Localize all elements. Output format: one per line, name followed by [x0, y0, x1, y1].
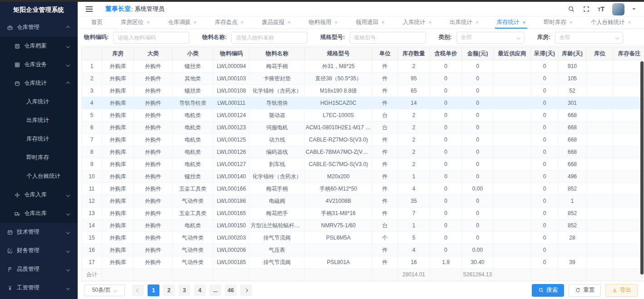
close-icon[interactable]: ×: [381, 20, 384, 25]
summary-cell: [250, 269, 305, 281]
cell: [586, 85, 614, 97]
chevron-down-icon[interactable]: [632, 8, 636, 12]
table-row[interactable]: 8外购库外购件电机类LWL000126编码器线CABLE-7BMA7MO-Z(V…: [82, 146, 644, 158]
table-row[interactable]: 7外购库外购件电机类LWL000125动力线CABLE-RZ7MO-S(V3.0…: [82, 134, 644, 146]
close-icon[interactable]: ×: [193, 20, 196, 25]
cell: 编码器线: [250, 146, 305, 158]
close-icon[interactable]: ×: [628, 20, 630, 25]
cell: [614, 183, 644, 195]
table-row[interactable]: 11外购库外购件五金工具类LWL000166梅花手柄手柄60-M12*50件40…: [82, 183, 644, 195]
sidebar-item-warehouse-out[interactable]: 仓库出库: [0, 204, 78, 223]
col-header: 库房: [102, 48, 134, 60]
scrollbar-thumb[interactable]: [640, 61, 644, 274]
tab-库存盘点[interactable]: 库存盘点×: [213, 17, 245, 29]
fullscreen-icon[interactable]: [583, 5, 590, 13]
page-button-1[interactable]: 1: [148, 284, 159, 296]
cell: 0: [531, 171, 559, 183]
close-icon[interactable]: ×: [570, 20, 572, 25]
next-page-button[interactable]: [240, 284, 252, 296]
cell: 301: [559, 97, 586, 109]
sidebar-item-finance-mgmt[interactable]: 财务管理: [0, 241, 78, 260]
collapse-sidebar-icon[interactable]: [86, 6, 93, 12]
material-code-input[interactable]: [113, 32, 189, 44]
close-icon[interactable]: ×: [287, 20, 290, 25]
tab-label: 仓库调拨: [168, 19, 190, 26]
tab-废品提报[interactable]: 废品提报×: [260, 17, 292, 29]
summary-cell: [213, 269, 250, 281]
prev-page-button[interactable]: [132, 284, 144, 296]
sidebar-item-inbound-stats[interactable]: 入库统计: [0, 93, 78, 111]
table-row[interactable]: 3外购库外购件螺丝类LWL000108化学锚栓（含药水）M16x190 8.8级…: [82, 85, 644, 97]
tab-即时库存[interactable]: 即时库存×: [542, 17, 574, 29]
tab-个人台账统计[interactable]: 个人台账统计×: [589, 17, 632, 29]
table-row[interactable]: 2外购库外购件其他类LWL000103卡箍密封垫直径38（50.5*35）件95…: [82, 73, 644, 85]
table-row[interactable]: 14外购库外购件电机类LWL000150方型法兰蜗轮蜗杆减速机NMRV75-1/…: [82, 220, 644, 232]
avatar[interactable]: [612, 3, 624, 15]
close-icon[interactable]: ×: [523, 20, 525, 25]
tab-label: 出库统计: [450, 19, 472, 26]
sidebar-item-warehouse-mgmt[interactable]: 仓库管理: [0, 18, 78, 37]
warehouse-label: 库房:: [537, 34, 550, 41]
spec-model-input[interactable]: [350, 32, 426, 44]
sidebar-item-warehouse-archive[interactable]: 仓库档案: [0, 37, 78, 55]
export-button[interactable]: 导出: [605, 284, 638, 297]
sidebar-item-label: 仓库出库: [24, 210, 47, 217]
warehouse-select[interactable]: 全部: [555, 32, 623, 44]
tab-物料领用[interactable]: 物料领用×: [307, 17, 339, 29]
page-button-2[interactable]: 2: [163, 284, 175, 296]
reset-button[interactable]: 重置: [569, 284, 601, 297]
table-row[interactable]: 6外购库外购件电机类LWL000123伺服电机ACM1-08010H2E1-M1…: [82, 122, 644, 134]
sidebar-item-stock-stats[interactable]: 库存统计: [0, 130, 78, 148]
table-row[interactable]: 9外购库外购件电机类LWL000127刹车线CABLE-SC7MO-S(V3.0…: [82, 158, 644, 171]
sidebar-item-warehouse-stats[interactable]: 仓库统计: [0, 74, 78, 93]
sidebar-item-personal-ledger[interactable]: 个人台账统计: [0, 167, 78, 186]
table-row[interactable]: 17外购库外购件气动件类LWL000185排气节流阀PSL801A件161.93…: [82, 256, 644, 269]
sidebar-item-warehouse-in[interactable]: 仓库入库: [0, 186, 78, 204]
cell: 梅花把手: [250, 207, 305, 220]
cell: 外购库: [102, 134, 134, 146]
sidebar-item-warehouse-business[interactable]: 仓库业务: [0, 55, 78, 74]
table-row[interactable]: 13外购库外购件五金工具类LWL000165梅花把手手柄31-M8*16件700…: [82, 207, 644, 220]
category-select[interactable]: 全部: [456, 32, 525, 44]
page-button-4[interactable]: 4: [194, 284, 206, 296]
table-row[interactable]: 10外购库外购件螺丝类LWL000140化学锚栓（含药水）M20x200件100…: [82, 171, 644, 183]
material-name-input[interactable]: [231, 32, 307, 44]
page-size-select[interactable]: 50条/页: [84, 284, 125, 296]
sidebar-item-tech-mgmt[interactable]: 技术管理: [0, 223, 78, 241]
close-icon[interactable]: ×: [429, 20, 431, 25]
table-row[interactable]: 4外购库外购件导轨导柱类LWL000111导轨滑块HGH15CAZ0C件1400…: [82, 97, 644, 109]
sidebar-item-quality-mgmt[interactable]: 品质管理: [0, 260, 78, 279]
sidebar-item-realtime-stock[interactable]: 即时库存: [0, 148, 78, 167]
search-icon[interactable]: [568, 5, 575, 13]
table-row[interactable]: 5外购库外购件电机类LWL000124驱动器L7EC-1000S台2000668: [82, 109, 644, 122]
tab-出库统计[interactable]: 出库统计×: [448, 17, 480, 29]
sidebar-item-outbound-stats[interactable]: 出库统计: [0, 111, 78, 130]
page-button-3[interactable]: 3: [178, 284, 190, 296]
tab-首页[interactable]: 首页: [89, 17, 104, 29]
tab-入库统计[interactable]: 入库统计×: [401, 17, 433, 29]
table-row[interactable]: 12外购库外购件气动件类LWL000186电磁阀4V21008B件350001: [82, 195, 644, 207]
close-icon[interactable]: ×: [476, 20, 478, 25]
search-button[interactable]: 搜索: [532, 284, 564, 297]
table-row[interactable]: 1外购库外购件螺丝类LWL000094梅花手柄外31，M8*25件2000910: [82, 60, 644, 73]
tab-领用退回[interactable]: 领用退回×: [354, 17, 386, 29]
table-row[interactable]: 16外购库外购件气动件类LWL000206气压表件400.000: [82, 244, 644, 256]
sidebar-item-salary-mgmt[interactable]: 工资管理: [0, 279, 78, 297]
page-button-46[interactable]: 46: [225, 284, 237, 296]
tab-仓库调拨[interactable]: 仓库调拨×: [166, 17, 198, 29]
close-icon[interactable]: ×: [147, 20, 149, 25]
chevron-down-icon: [66, 286, 70, 289]
close-icon[interactable]: ×: [335, 20, 337, 25]
export-button-label: 导出: [620, 286, 631, 294]
cell: 0: [430, 183, 462, 195]
close-icon[interactable]: ×: [241, 20, 243, 25]
table-row[interactable]: 15外购库外购件气动件类LWL000203排气节流阀PSL6M5A个500028: [82, 232, 644, 244]
cell: 7: [82, 134, 102, 146]
tab-库存统计[interactable]: 库存统计×: [495, 17, 527, 29]
browser-chrome-strip: [0, 0, 644, 2]
cell: 外购库: [102, 232, 134, 244]
font-size-icon[interactable]: TT: [598, 6, 604, 12]
tab-库房区位[interactable]: 库房区位×: [119, 17, 151, 29]
cell: 件: [372, 244, 398, 256]
cell: 0: [531, 220, 559, 232]
